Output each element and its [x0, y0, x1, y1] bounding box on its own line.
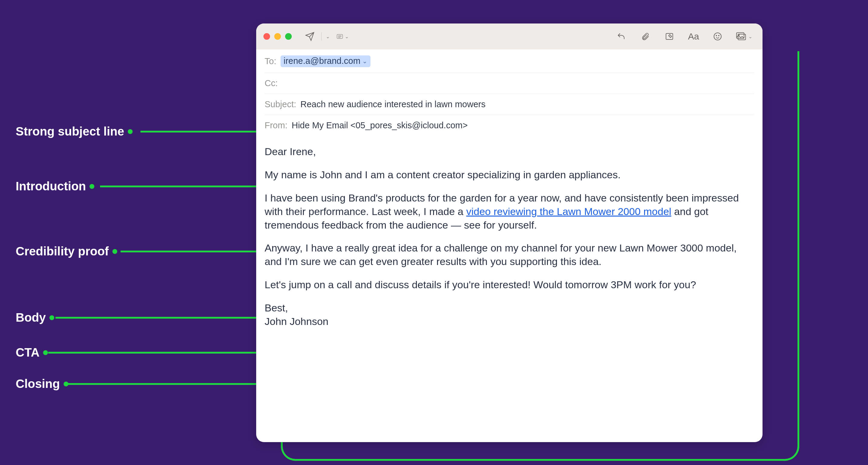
subject-value: Reach new audience interested in lawn mo…	[301, 99, 486, 109]
emoji-button[interactable]	[712, 30, 724, 42]
annotation-body: Body	[16, 311, 54, 324]
markup-button[interactable]	[663, 30, 675, 42]
connector-intro	[100, 186, 256, 187]
mail-compose-window: ⌄ ⌄	[256, 24, 763, 442]
cc-row[interactable]: Cc:	[265, 73, 754, 94]
send-button[interactable]	[304, 30, 316, 42]
close-button[interactable]	[264, 33, 270, 40]
chevron-down-icon: ⌄	[362, 58, 367, 65]
to-row[interactable]: To: irene.a@brand.com ⌄	[265, 50, 754, 73]
body-proof: I have been using Brand's products for t…	[265, 191, 754, 232]
body-main: Anyway, I have a really great idea for a…	[265, 241, 754, 268]
annotation-dot	[43, 350, 48, 355]
connector-closing	[68, 383, 256, 385]
send-options-dropdown[interactable]: ⌄	[324, 30, 331, 42]
annotation-intro: Introduction	[16, 179, 94, 193]
cc-label: Cc:	[265, 78, 278, 88]
minimize-button[interactable]	[274, 33, 281, 40]
body-cta: Let's jump on a call and discuss details…	[265, 278, 754, 292]
svg-point-7	[718, 35, 719, 36]
connector-cta	[48, 352, 256, 354]
annotation-dot	[64, 381, 68, 387]
to-recipient-chip[interactable]: irene.a@brand.com ⌄	[281, 56, 370, 67]
body-closing-name: John Johnson	[265, 315, 754, 328]
annotation-proof-label: Credibility proof	[16, 244, 109, 258]
annotation-dot	[113, 249, 117, 254]
send-icon	[305, 32, 315, 41]
photos-icon	[736, 32, 747, 41]
header-fields-button[interactable]: ⌄	[337, 30, 349, 42]
reply-icon	[616, 32, 626, 41]
body-intro: My name is John and I am a content creat…	[265, 168, 754, 181]
mail-body[interactable]: Dear Irene, My name is John and I am a c…	[256, 136, 763, 337]
annotation-subject: Strong subject line	[16, 125, 133, 138]
svg-rect-0	[337, 34, 343, 38]
chevron-down-icon: ⌄	[345, 34, 349, 39]
annotation-dot	[50, 315, 54, 320]
annotation-proof: Credibility proof	[16, 244, 117, 258]
from-value: Hide My Email <05_pores_skis@icloud.com>	[292, 121, 468, 130]
body-proof-link[interactable]: video reviewing the Lawn Mower 2000 mode…	[466, 206, 671, 217]
annotation-dot	[128, 129, 133, 134]
format-button[interactable]: Aa	[687, 30, 700, 42]
from-label: From:	[265, 121, 287, 130]
window-toolbar: ⌄ ⌄	[256, 24, 763, 49]
emoji-icon	[713, 32, 722, 41]
toolbar-separator	[321, 32, 321, 41]
list-box-icon	[337, 32, 343, 41]
annotation-intro-label: Introduction	[16, 179, 86, 193]
media-button[interactable]: ⌄	[736, 30, 752, 42]
to-recipient-value: irene.a@brand.com	[284, 56, 361, 66]
connector-proof	[121, 251, 256, 253]
annotation-cta: CTA	[16, 346, 48, 359]
from-row[interactable]: From: Hide My Email <05_pores_skis@iclou…	[265, 115, 754, 136]
paperclip-icon	[641, 32, 650, 41]
subject-label: Subject:	[265, 99, 296, 109]
svg-point-6	[716, 35, 717, 36]
chevron-down-icon: ⌄	[326, 34, 330, 39]
annotation-subject-label: Strong subject line	[16, 125, 124, 138]
subject-row[interactable]: Subject: Reach new audience interested i…	[265, 94, 754, 115]
svg-point-5	[714, 33, 721, 40]
annotation-body-label: Body	[16, 311, 46, 324]
format-text-icon: Aa	[688, 31, 699, 41]
body-greeting: Dear Irene,	[265, 145, 754, 158]
window-traffic-lights	[264, 33, 292, 40]
annotation-dot	[90, 184, 94, 189]
connector-body	[56, 317, 256, 319]
maximize-button[interactable]	[285, 33, 292, 40]
chevron-down-icon: ⌄	[748, 34, 752, 39]
markup-icon	[664, 32, 675, 41]
attach-button[interactable]	[639, 30, 651, 42]
annotation-closing-label: Closing	[16, 377, 60, 391]
annotation-closing: Closing	[16, 377, 68, 391]
mail-headers: To: irene.a@brand.com ⌄ Cc: Subject: Rea…	[256, 49, 763, 136]
reply-button[interactable]	[615, 30, 627, 42]
connector-subject	[141, 131, 256, 133]
annotation-cta-label: CTA	[16, 346, 39, 359]
body-closing-salutation: Best,	[265, 301, 754, 315]
to-label: To:	[265, 56, 276, 66]
